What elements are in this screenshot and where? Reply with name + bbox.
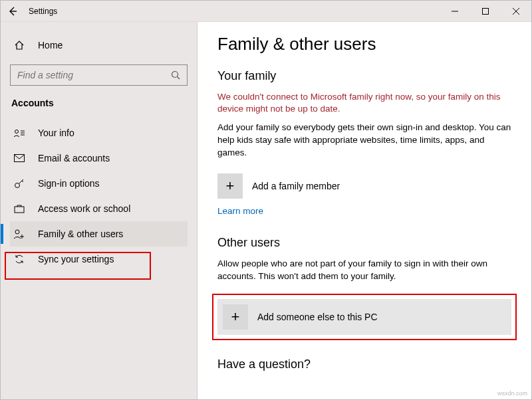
sidebar-item-label: Your info bbox=[38, 128, 74, 138]
maximize-button[interactable] bbox=[470, 1, 501, 22]
learn-more-link[interactable]: Learn more bbox=[217, 206, 263, 216]
sidebar-home[interactable]: Home bbox=[10, 34, 188, 56]
sidebar: Home Accounts Your info Email & acco bbox=[1, 22, 198, 399]
svg-point-5 bbox=[172, 72, 178, 78]
svg-point-7 bbox=[15, 130, 19, 134]
family-warning-text: We couldn't connect to Microsoft family … bbox=[217, 91, 511, 115]
sidebar-item-label: Access work or school bbox=[38, 203, 130, 214]
annotation-highlight-add-other: + Add someone else to this PC bbox=[212, 294, 517, 340]
minimize-icon bbox=[452, 8, 458, 15]
sidebar-item-sync-settings[interactable]: Sync your settings bbox=[10, 247, 188, 272]
sidebar-item-access-work-school[interactable]: Access work or school bbox=[10, 196, 188, 221]
plus-icon: + bbox=[217, 173, 243, 199]
person-card-icon bbox=[13, 128, 26, 138]
add-other-user-label: Add someone else to this PC bbox=[257, 312, 378, 322]
svg-rect-11 bbox=[15, 155, 25, 162]
section-heading-question: Have a question? bbox=[217, 357, 511, 371]
svg-point-12 bbox=[15, 183, 20, 188]
back-button[interactable] bbox=[1, 1, 25, 22]
search-box[interactable] bbox=[10, 64, 188, 86]
close-button[interactable] bbox=[501, 1, 531, 22]
svg-point-16 bbox=[15, 230, 19, 234]
sidebar-item-family-other-users[interactable]: Family & other users bbox=[10, 221, 188, 247]
sidebar-item-label: Email & accounts bbox=[38, 153, 110, 163]
add-family-member-label: Add a family member bbox=[252, 181, 340, 191]
sidebar-home-label: Home bbox=[38, 40, 63, 50]
maximize-icon bbox=[482, 8, 489, 15]
add-other-user-button[interactable]: + Add someone else to this PC bbox=[217, 299, 511, 335]
search-input[interactable] bbox=[16, 69, 170, 81]
svg-rect-15 bbox=[15, 207, 24, 213]
sidebar-item-label: Sign-in options bbox=[38, 178, 100, 189]
sidebar-item-email-accounts[interactable]: Email & accounts bbox=[10, 146, 188, 171]
window-title: Settings bbox=[25, 7, 57, 16]
sidebar-item-your-info[interactable]: Your info bbox=[10, 120, 188, 146]
close-icon bbox=[513, 8, 519, 15]
key-icon bbox=[13, 178, 26, 189]
settings-window: Settings Home Account bbox=[0, 0, 532, 400]
titlebar: Settings bbox=[1, 1, 531, 22]
watermark: wsxdn.com bbox=[497, 390, 527, 397]
sidebar-item-signin-options[interactable]: Sign-in options bbox=[10, 171, 188, 196]
minimize-button[interactable] bbox=[440, 1, 470, 22]
arrow-left-icon bbox=[7, 6, 18, 17]
sidebar-item-label: Family & other users bbox=[38, 229, 123, 239]
family-description: Add your family so everybody gets their … bbox=[217, 122, 511, 159]
briefcase-icon bbox=[13, 204, 26, 213]
section-heading-family: Your family bbox=[217, 69, 511, 83]
page-title: Family & other users bbox=[217, 34, 511, 54]
sync-icon bbox=[13, 254, 26, 264]
svg-line-14 bbox=[22, 181, 23, 182]
people-plus-icon bbox=[13, 229, 26, 239]
section-heading-other-users: Other users bbox=[217, 236, 511, 250]
content-pane: Family & other users Your family We coul… bbox=[198, 22, 531, 399]
sidebar-item-label: Sync your settings bbox=[38, 254, 114, 264]
search-icon bbox=[170, 70, 182, 80]
home-icon bbox=[13, 40, 26, 50]
other-users-description: Allow people who are not part of your fa… bbox=[217, 258, 511, 283]
mail-icon bbox=[13, 154, 26, 162]
plus-icon: + bbox=[223, 304, 248, 330]
svg-line-6 bbox=[178, 77, 180, 80]
sidebar-category: Accounts bbox=[11, 98, 188, 108]
add-family-member-button[interactable]: + Add a family member bbox=[217, 170, 511, 202]
svg-rect-2 bbox=[483, 8, 489, 14]
